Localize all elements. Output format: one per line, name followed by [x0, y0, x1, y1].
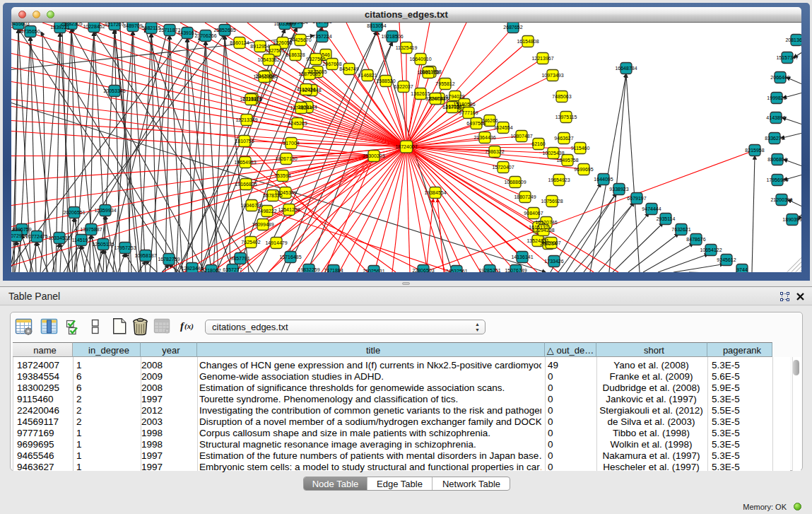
svg-text:12541238: 12541238 — [278, 207, 300, 212]
svg-text:7625402: 7625402 — [241, 240, 260, 245]
svg-text:16640910: 16640910 — [409, 57, 431, 62]
svg-text:10334531: 10334531 — [48, 235, 70, 240]
svg-text:10807487: 10807487 — [510, 134, 532, 139]
svg-text:16099489: 16099489 — [252, 222, 273, 227]
svg-text:25852685: 25852685 — [213, 28, 235, 33]
svg-text:1890399: 1890399 — [782, 217, 801, 222]
svg-text:10961768: 10961768 — [417, 70, 439, 75]
svg-text:9146821: 9146821 — [358, 73, 377, 78]
svg-text:16648784: 16648784 — [615, 66, 637, 71]
svg-text:20772475: 20772475 — [25, 234, 47, 239]
svg-text:8489709: 8489709 — [123, 23, 142, 28]
svg-text:1810755: 1810755 — [235, 139, 254, 144]
svg-text:6217026: 6217026 — [442, 105, 461, 110]
svg-text:5682115: 5682115 — [142, 25, 161, 30]
svg-text:19832259: 19832259 — [298, 267, 319, 272]
svg-text:21200396: 21200396 — [770, 197, 792, 202]
svg-text:17956909: 17956909 — [766, 177, 788, 182]
svg-text:8478676: 8478676 — [686, 237, 705, 242]
svg-text:12505135: 12505135 — [92, 242, 114, 247]
svg-text:10756928: 10756928 — [541, 199, 563, 204]
svg-text:4112034: 4112034 — [297, 87, 316, 92]
svg-text:2967608: 2967608 — [322, 62, 341, 66]
svg-text:8224730: 8224730 — [425, 96, 445, 101]
svg-text:7632621: 7632621 — [671, 227, 690, 232]
svg-text:4143890: 4143890 — [766, 115, 785, 120]
svg-text:13267130: 13267130 — [275, 156, 297, 161]
svg-text:7485063: 7485063 — [552, 94, 571, 99]
svg-text:10228452: 10228452 — [83, 24, 105, 29]
svg-text:25025631: 25025631 — [363, 269, 384, 272]
svg-text:746266: 746266 — [481, 118, 498, 123]
svg-text:1733426: 1733426 — [544, 259, 563, 264]
svg-text:8454749: 8454749 — [339, 66, 358, 71]
svg-text:24532561: 24532561 — [445, 269, 467, 272]
svg-text:21364436: 21364436 — [473, 135, 495, 140]
svg-text:7671884: 7671884 — [324, 268, 343, 272]
svg-text:9084067: 9084067 — [524, 211, 543, 216]
svg-text:17957253: 17957253 — [114, 245, 136, 250]
svg-text:6322037: 6322037 — [394, 84, 413, 89]
svg-text:4245263: 4245263 — [288, 121, 307, 126]
svg-text:19285201: 19285201 — [478, 268, 500, 272]
svg-text:9217207: 9217207 — [105, 23, 124, 27]
svg-text:14914479: 14914479 — [265, 240, 287, 245]
svg-text:19166825: 19166825 — [235, 182, 257, 187]
svg-text:12416912: 12416912 — [253, 74, 275, 79]
svg-text:4429607: 4429607 — [541, 240, 560, 245]
svg-text:18807249: 18807249 — [514, 194, 536, 199]
svg-text:917004: 917004 — [283, 141, 299, 146]
svg-text:1999828: 1999828 — [767, 95, 786, 100]
svg-text:8336273: 8336273 — [765, 136, 784, 141]
svg-text:20813640: 20813640 — [785, 37, 801, 42]
svg-text:1588520: 1588520 — [376, 78, 395, 83]
svg-text:12294238: 12294238 — [532, 228, 554, 233]
svg-text:62160: 62160 — [531, 141, 546, 146]
svg-text:6679197: 6679197 — [627, 196, 646, 201]
svg-text:12213967: 12213967 — [531, 56, 553, 61]
svg-text:(x): (x) — [184, 322, 194, 331]
svg-text:753594: 753594 — [274, 173, 290, 178]
svg-text:9699695: 9699695 — [574, 167, 593, 172]
svg-text:9327505: 9327505 — [265, 48, 284, 53]
svg-text:19654983: 19654983 — [234, 160, 256, 165]
svg-text:12923446: 12923446 — [181, 266, 203, 271]
svg-text:10543382: 10543382 — [257, 57, 279, 62]
svg-text:7986322: 7986322 — [485, 149, 504, 154]
svg-text:1362615: 1362615 — [411, 91, 430, 96]
svg-text:9463627: 9463627 — [554, 136, 573, 141]
svg-text:7357224: 7357224 — [312, 34, 331, 39]
svg-text:10654122: 10654122 — [700, 247, 722, 252]
svg-text:9857791: 9857791 — [230, 256, 249, 261]
svg-text:20053346: 20053346 — [103, 88, 125, 93]
svg-text:19218506: 19218506 — [381, 34, 403, 39]
svg-text:9115460: 9115460 — [571, 146, 590, 151]
svg-text:9338923: 9338923 — [609, 187, 628, 192]
svg-text:15157347: 15157347 — [776, 55, 798, 60]
svg-text:8660124: 8660124 — [230, 40, 249, 45]
svg-text:10046788: 10046788 — [240, 203, 262, 208]
svg-text:2687652: 2687652 — [503, 25, 522, 30]
svg-text:2066449: 2066449 — [770, 75, 789, 80]
svg-text:13045349: 13045349 — [274, 190, 296, 195]
svg-text:8806804: 8806804 — [767, 157, 787, 162]
svg-text:1644095: 1644095 — [594, 177, 613, 182]
svg-text:16120746: 16120746 — [535, 220, 557, 225]
svg-text:16154808: 16154808 — [517, 39, 539, 44]
svg-text:10973493: 10973493 — [541, 73, 563, 78]
svg-text:6794028: 6794028 — [445, 94, 464, 99]
svg-text:1218062: 1218062 — [201, 268, 220, 272]
svg-text:9245612: 9245612 — [717, 257, 736, 262]
svg-text:8186328: 8186328 — [286, 52, 305, 57]
svg-text:15076749: 15076749 — [505, 268, 526, 272]
svg-text:6357277: 6357277 — [223, 267, 242, 272]
svg-text:10025438: 10025438 — [542, 151, 564, 156]
svg-text:19384554: 19384554 — [424, 190, 446, 195]
svg-text:10323815: 10323815 — [240, 97, 261, 102]
svg-text:7955812: 7955812 — [435, 81, 454, 86]
svg-text:22806503: 22806503 — [412, 268, 434, 272]
svg-text:23706266: 23706266 — [194, 33, 216, 38]
svg-text:15875685: 15875685 — [298, 71, 320, 76]
svg-text:2935114: 2935114 — [657, 216, 676, 221]
svg-text:9327505: 9327505 — [306, 57, 325, 62]
